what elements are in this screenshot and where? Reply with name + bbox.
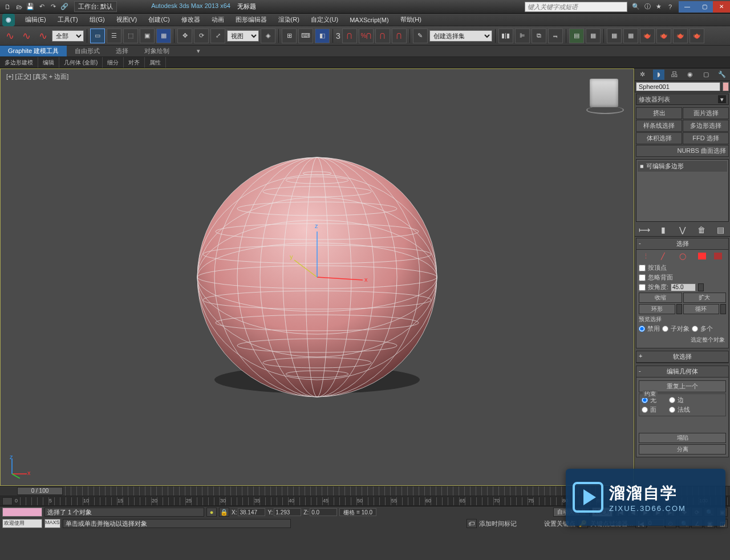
loop-button[interactable]: 循环 bbox=[683, 304, 720, 314]
preview-multi-radio[interactable] bbox=[692, 326, 698, 332]
pin-stack-icon[interactable]: ⟼ bbox=[639, 225, 650, 235]
ribbon-panel-edit[interactable]: 编辑 bbox=[38, 57, 59, 68]
element-subobj-icon[interactable] bbox=[714, 253, 722, 259]
info-icon[interactable]: ⓘ bbox=[642, 2, 652, 12]
unique-icon[interactable]: ⋁ bbox=[676, 225, 688, 235]
spinner-snap-icon[interactable]: ⋂ bbox=[375, 29, 390, 43]
preview-disable-radio[interactable] bbox=[639, 326, 645, 332]
help-icon[interactable]: ? bbox=[665, 2, 675, 12]
angle-spinner[interactable] bbox=[671, 283, 696, 291]
mod-vol-select[interactable]: 体积选择 bbox=[636, 132, 682, 144]
border-subobj-icon[interactable]: ◯ bbox=[679, 253, 690, 262]
menu-render[interactable]: 渲染(R) bbox=[273, 14, 305, 25]
named-sel-edit-icon[interactable]: ✎ bbox=[413, 29, 428, 43]
layer-icon[interactable]: ⧉ bbox=[532, 29, 546, 43]
modifier-stack[interactable]: 可编辑多边形 bbox=[636, 159, 729, 222]
by-vertex-checkbox[interactable] bbox=[639, 265, 646, 271]
ribbon-tab-graphite[interactable]: Graphite 建模工具 bbox=[0, 46, 67, 56]
vertex-subobj-icon[interactable]: ⋮ bbox=[643, 253, 653, 262]
ribbon-panel-geom[interactable]: 几何体 (全部) bbox=[59, 57, 103, 68]
utilities-tab-icon[interactable]: 🔧 bbox=[716, 70, 728, 80]
ribbon-panel-subdiv[interactable]: 细分 bbox=[103, 57, 124, 68]
menu-custom[interactable]: 自定义(U) bbox=[305, 14, 344, 25]
sphere-object[interactable]: x y z bbox=[192, 152, 443, 403]
mod-extrude[interactable]: 挤出 bbox=[636, 107, 682, 119]
ref-coord[interactable]: 视图 bbox=[227, 30, 259, 42]
y-coord-field[interactable] bbox=[274, 508, 301, 516]
schematic-icon[interactable]: ▤ bbox=[569, 29, 584, 43]
script-listener-mini[interactable] bbox=[2, 508, 42, 517]
teapot3-icon[interactable]: 🫖 bbox=[690, 29, 704, 43]
app-menu-icon[interactable]: ◉ bbox=[2, 14, 15, 26]
mirror-icon[interactable]: ▮|▮ bbox=[498, 29, 513, 43]
search-input[interactable] bbox=[525, 2, 627, 12]
configure-icon[interactable]: ▤ bbox=[715, 225, 726, 235]
rotate-icon[interactable]: ⟳ bbox=[194, 29, 209, 43]
menu-view[interactable]: 视图(V) bbox=[111, 14, 143, 25]
angle-snap-icon[interactable]: ⋂ bbox=[342, 29, 357, 43]
menu-edit[interactable]: 编辑(E) bbox=[19, 14, 52, 25]
menu-maxscript[interactable]: MAXScript(M) bbox=[344, 15, 394, 25]
constraint-normal-radio[interactable] bbox=[669, 407, 675, 413]
rollout-selection-header[interactable]: -选择 bbox=[636, 238, 728, 250]
keyboard-shortcut-icon[interactable]: ⌨ bbox=[298, 29, 313, 43]
teapot2-icon[interactable]: 🫖 bbox=[673, 29, 688, 43]
material-editor-icon[interactable]: ▦ bbox=[586, 29, 601, 43]
menu-graph[interactable]: 图形编辑器 bbox=[230, 14, 273, 25]
collapse-button[interactable]: 塌陷 bbox=[639, 433, 726, 443]
ribbon-panel-polymodel[interactable]: 多边形建模 bbox=[0, 57, 38, 68]
maximize-button[interactable]: ▢ bbox=[696, 1, 713, 13]
new-icon[interactable]: 🗋 bbox=[2, 2, 13, 12]
align-icon[interactable]: ⊫ bbox=[515, 29, 530, 43]
undo-icon[interactable]: ↶ bbox=[36, 2, 47, 12]
angle-spin-buttons[interactable] bbox=[698, 283, 704, 291]
menu-create[interactable]: 创建(C) bbox=[143, 14, 175, 25]
ribbon-expand-icon[interactable]: ▾ bbox=[189, 46, 208, 56]
hierarchy-tab-icon[interactable]: 品 bbox=[669, 70, 680, 80]
curve-editor-icon[interactable]: ⫬ bbox=[548, 29, 563, 43]
move-icon[interactable]: ✥ bbox=[177, 29, 192, 43]
modifier-list-dropdown[interactable]: 修改器列表▾ bbox=[636, 94, 729, 105]
bind-spacewarp-icon[interactable]: ∿ bbox=[35, 29, 50, 43]
menu-modifier[interactable]: 修改器 bbox=[176, 14, 206, 25]
x-coord-field[interactable] bbox=[238, 508, 265, 516]
link-chain-icon[interactable]: ∿ bbox=[2, 29, 17, 43]
viewport[interactable]: [+] [正交] [真实 + 边面] bbox=[0, 68, 634, 486]
ribbon-tab-freeform[interactable]: 自由形式 bbox=[67, 46, 108, 56]
remove-mod-icon[interactable]: 🗑 bbox=[696, 225, 707, 235]
manipulate-icon[interactable]: ⊞ bbox=[282, 29, 297, 43]
viewport-label[interactable]: [+] [正交] [真实 + 边面] bbox=[6, 72, 68, 81]
star-icon[interactable]: ★ bbox=[654, 2, 664, 12]
motion-tab-icon[interactable]: ◉ bbox=[684, 70, 696, 80]
by-angle-checkbox[interactable] bbox=[639, 284, 646, 291]
z-coord-field[interactable] bbox=[310, 508, 337, 516]
open-icon[interactable]: 🗁 bbox=[14, 2, 24, 12]
trackbar-toggle-icon[interactable] bbox=[2, 497, 13, 505]
mod-nurbs-select[interactable]: NURBS 曲面选择 bbox=[636, 145, 729, 157]
teapot1-icon[interactable]: 🫖 bbox=[656, 29, 671, 43]
render-icon[interactable]: 🫖 bbox=[640, 29, 655, 43]
close-button[interactable]: ✕ bbox=[713, 1, 730, 13]
rollout-soft-header[interactable]: +软选择 bbox=[636, 351, 728, 363]
render-frame-icon[interactable]: ▦ bbox=[623, 29, 638, 43]
edge-subobj-icon[interactable]: ╱ bbox=[661, 253, 671, 262]
select-name-icon[interactable]: ☰ bbox=[107, 29, 121, 43]
maxscript-tab[interactable]: MAXScr bbox=[44, 519, 60, 528]
ribbon-panel-align[interactable]: 对齐 bbox=[124, 57, 145, 68]
ribbon-panel-props[interactable]: 属性 bbox=[145, 57, 166, 68]
menu-group[interactable]: 组(G) bbox=[84, 14, 111, 25]
mod-patch-select[interactable]: 面片选择 bbox=[683, 107, 729, 119]
menu-animation[interactable]: 动画 bbox=[206, 14, 230, 25]
poly-subobj-icon[interactable] bbox=[698, 253, 706, 259]
window-crossing-icon[interactable]: ▣ bbox=[140, 29, 155, 43]
save-icon[interactable]: 💾 bbox=[25, 2, 35, 12]
welcome-tab[interactable]: 欢迎使用 bbox=[2, 519, 42, 528]
lock-sel-icon[interactable]: ● bbox=[206, 508, 217, 517]
paint-select-icon[interactable]: ▦ bbox=[156, 29, 171, 43]
mod-ffd-select[interactable]: FFD 选择 bbox=[683, 132, 729, 144]
link-icon[interactable]: 🔗 bbox=[59, 2, 70, 12]
object-color-swatch[interactable] bbox=[723, 82, 729, 91]
unlink-icon[interactable]: ∿ bbox=[19, 29, 34, 43]
scale-icon[interactable]: ⤢ bbox=[210, 29, 225, 43]
lock-icon[interactable]: 🔒 bbox=[219, 508, 229, 517]
